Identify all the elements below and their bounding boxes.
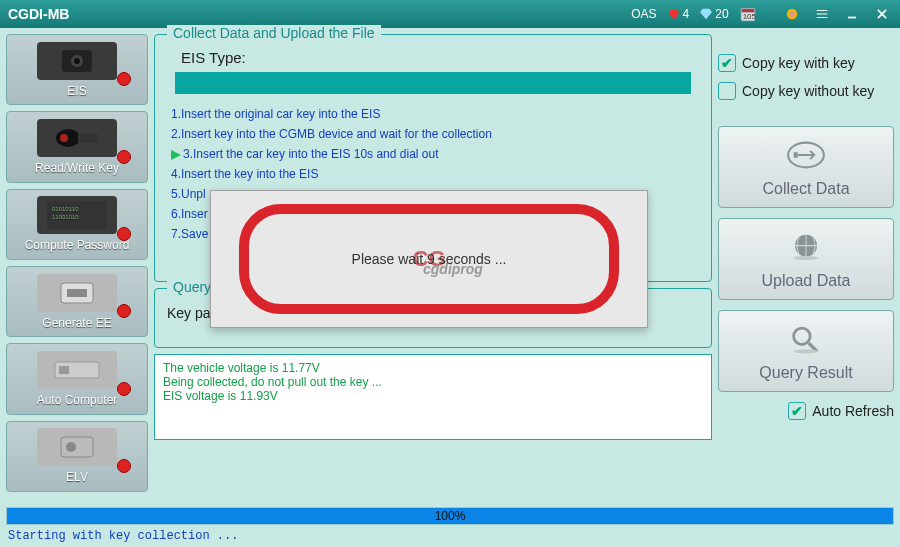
button-label: Upload Data (762, 272, 851, 290)
calendar-badge: 105 (739, 5, 772, 23)
svg-point-22 (794, 256, 819, 260)
button-label: Query Result (759, 364, 852, 382)
diamond-icon (699, 7, 713, 21)
svg-point-8 (60, 134, 68, 142)
svg-point-6 (74, 58, 80, 64)
sidebar-item-label: Read/Write Key (35, 161, 119, 175)
diamond-count: 20 (715, 7, 728, 21)
svg-rect-9 (78, 133, 98, 143)
checkbox-copy-with-key[interactable]: ✔ Copy key with key (718, 54, 894, 72)
search-icon (784, 320, 828, 358)
progress-text: 100% (435, 509, 466, 523)
button-label: Collect Data (762, 180, 849, 198)
step-current: 3.Insert the car key into the EIS 10s an… (171, 144, 699, 164)
check-icon (718, 82, 736, 100)
svg-text:11001010: 11001010 (52, 214, 79, 220)
sidebar-item-readwrite[interactable]: Read/Write Key (6, 111, 148, 182)
close-icon[interactable] (872, 4, 892, 24)
svg-point-18 (66, 442, 76, 452)
checkbox-label: Copy key without key (742, 83, 874, 99)
titlebar-right: OAS 4 20 105 (631, 4, 892, 24)
svg-rect-16 (59, 366, 69, 374)
sidebar-item-generate[interactable]: Generate EE (6, 266, 148, 337)
compute-icon: 0101011011001010 (37, 196, 117, 234)
elv-icon (37, 428, 117, 466)
sidebar-item-label: Auto Computer (37, 393, 118, 407)
diamond-badge: 20 (699, 7, 728, 21)
svg-point-23 (794, 328, 811, 345)
sidebar-item-autocomputer[interactable]: Auto Computer (6, 343, 148, 414)
alert-icon (117, 382, 131, 396)
checkbox-label: Auto Refresh (812, 403, 894, 419)
log-line: EIS voltage is 11.93V (163, 389, 703, 403)
checkbox-copy-without-key[interactable]: Copy key without key (718, 82, 894, 100)
check-icon: ✔ (788, 402, 806, 420)
wait-modal: CG cgdiprog Please wait 9 seconds ... (210, 190, 648, 328)
key-icon (37, 119, 117, 157)
right-column: ✔ Copy key with key Copy key without key… (718, 34, 894, 492)
generate-icon (37, 274, 117, 312)
sidebar-item-compute[interactable]: 0101011011001010 Compute Password (6, 189, 148, 260)
menu-icon[interactable] (812, 4, 832, 24)
collect-data-button[interactable]: Collect Data (718, 126, 894, 208)
heart-icon (667, 7, 681, 21)
sidebar-item-label: EIS (67, 84, 86, 98)
upload-data-button[interactable]: Upload Data (718, 218, 894, 300)
alert-icon (117, 72, 131, 86)
step: 2.Insert key into the CGMB device and wa… (171, 124, 699, 144)
sidebar-item-label: ELV (66, 470, 88, 484)
svg-rect-17 (61, 437, 93, 457)
log-output: The vehicle voltage is 11.77V Being coll… (154, 354, 712, 440)
computer-icon (37, 351, 117, 389)
bottom-bar: 100% Starting with key collection ... (0, 507, 900, 547)
checkbox-auto-refresh[interactable]: ✔ Auto Refresh (718, 402, 894, 420)
svg-text:01010110: 01010110 (52, 206, 79, 212)
log-line: Being collected, do not pull out the key… (163, 375, 703, 389)
oas-label: OAS (631, 7, 656, 21)
arrow-icon (171, 150, 181, 160)
svg-rect-14 (67, 289, 87, 297)
sidebar-item-elv[interactable]: ELV (6, 421, 148, 492)
calendar-value: 105 (743, 12, 756, 21)
alert-icon (117, 459, 131, 473)
globe-icon (784, 228, 828, 266)
svg-point-3 (789, 11, 795, 17)
alert-icon (117, 304, 131, 318)
alert-icon (117, 227, 131, 241)
heart-count: 4 (683, 7, 690, 21)
sidebar-item-label: Generate EE (42, 316, 111, 330)
check-icon: ✔ (718, 54, 736, 72)
sidebar: EIS Read/Write Key 0101011011001010 Comp… (6, 34, 148, 492)
modal-message: Please wait 9 seconds ... (352, 251, 507, 267)
eis-icon (37, 42, 117, 80)
query-result-button[interactable]: Query Result (718, 310, 894, 392)
heart-badge: 4 (667, 7, 690, 21)
svg-rect-20 (794, 152, 798, 158)
alert-icon (117, 150, 131, 164)
checkbox-label: Copy key with key (742, 55, 855, 71)
collect-group-title: Collect Data and Upload the File (167, 25, 381, 41)
titlebar: CGDI-MB OAS 4 20 105 (0, 0, 900, 28)
step: 1.Insert the original car key into the E… (171, 104, 699, 124)
app-title: CGDI-MB (8, 6, 69, 22)
eis-type-label: EIS Type: (181, 49, 699, 66)
step: 4.Insert the key into the EIS (171, 164, 699, 184)
eis-type-field[interactable] (175, 72, 691, 94)
status-text: Starting with key collection ... (0, 525, 900, 547)
sidebar-item-eis[interactable]: EIS (6, 34, 148, 105)
svg-point-24 (794, 349, 819, 353)
usb-icon (784, 136, 828, 174)
medal-icon[interactable] (782, 4, 802, 24)
log-line: The vehicle voltage is 11.77V (163, 361, 703, 375)
minimize-icon[interactable] (842, 4, 862, 24)
progress-bar: 100% (6, 507, 894, 525)
sidebar-item-label: Compute Password (25, 238, 130, 252)
